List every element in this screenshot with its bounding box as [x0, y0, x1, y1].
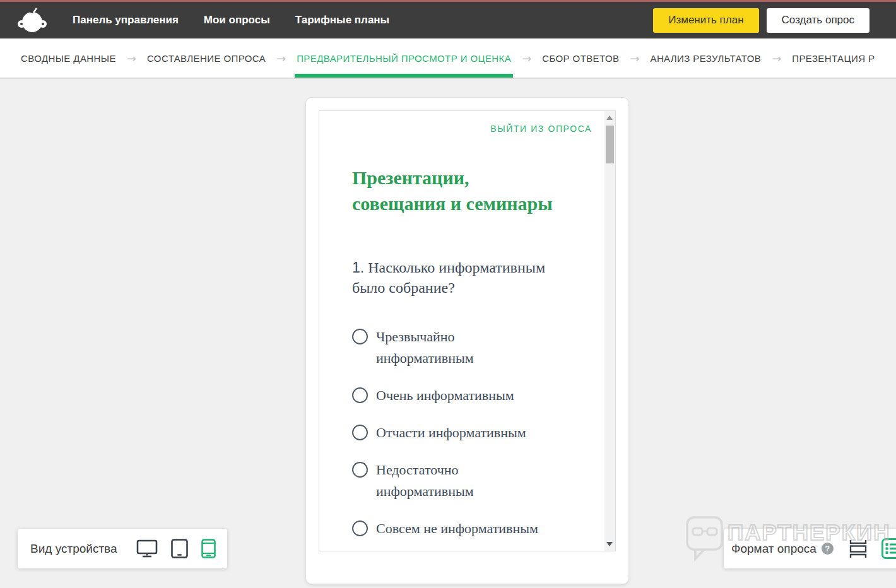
topbar-buttons: Изменить план Создать опрос [653, 8, 869, 33]
tablet-icon[interactable] [171, 539, 188, 558]
survey-title: Презентации, совещания и семинары [352, 165, 563, 216]
topbar-nav: Панель управления Мои опросы Тарифные пл… [73, 14, 389, 26]
step-collect[interactable]: СБОР ОТВЕТОВ [542, 38, 619, 78]
step-design[interactable]: СОСТАВЛЕНИЕ ОПРОСА [147, 38, 266, 78]
format-icons [847, 538, 896, 559]
phone-icon[interactable] [201, 539, 216, 558]
radio-option[interactable]: Очень информативным [352, 385, 592, 406]
list-format-icon[interactable] [881, 538, 896, 559]
nav-my-surveys[interactable]: Мои опросы [204, 14, 270, 26]
step-arrow-icon [772, 38, 781, 78]
help-icon[interactable]: ? [822, 543, 834, 555]
scroll-down-icon[interactable] [606, 542, 613, 546]
radio-option[interactable]: Чрезвычайно информативным [352, 326, 592, 369]
surveymonkey-logo-icon[interactable] [17, 8, 47, 33]
step-arrow-icon [630, 38, 639, 78]
survey-format-label: Формат опроса [731, 542, 816, 556]
radio-button-icon[interactable] [352, 425, 368, 440]
survey-preview-content: ВЫЙТИ ИЗ ОПРОСА Презентации, совещания и… [319, 111, 604, 551]
survey-format-panel: Формат опроса ? [724, 529, 896, 568]
step-arrow-icon [522, 38, 531, 78]
device-view-panel: Вид устройства [18, 529, 227, 568]
nav-dashboard[interactable]: Панель управления [73, 14, 179, 26]
device-view-label: Вид устройства [30, 542, 117, 556]
topbar: Панель управления Мои опросы Тарифные пл… [0, 0, 896, 38]
desktop-icon[interactable] [136, 539, 158, 558]
step-summary[interactable]: СВОДНЫЕ ДАННЫЕ [21, 38, 116, 78]
watermark-logo-icon [685, 515, 724, 565]
nav-plans[interactable]: Тарифные планы [295, 14, 389, 26]
option-label: Совсем не информативным [376, 518, 538, 539]
preview-scrollbar[interactable] [604, 111, 615, 551]
survey-preview-card: ВЫЙТИ ИЗ ОПРОСА Презентации, совещания и… [305, 97, 629, 584]
option-label: Очень информативным [376, 385, 514, 406]
option-label: Чрезвычайно информативным [376, 326, 545, 369]
step-analyze[interactable]: АНАЛИЗ РЕЗУЛЬТАТОВ [650, 38, 761, 78]
scroll-up-icon[interactable] [606, 115, 613, 120]
answer-options: Чрезвычайно информативным Очень информат… [352, 326, 592, 540]
step-preview-score[interactable]: ПРЕДВАРИТЕЛЬНЫЙ ПРОСМОТР И ОЦЕНКА [297, 38, 511, 78]
step-arrow-icon [276, 38, 286, 78]
survey-preview-frame: ВЫЙТИ ИЗ ОПРОСА Презентации, совещания и… [319, 110, 616, 551]
radio-option[interactable]: Недостаточно информативным [352, 459, 592, 502]
step-arrow-icon [127, 38, 136, 78]
option-label: Отчасти информативным [376, 422, 526, 444]
radio-option[interactable]: Совсем не информативным [352, 518, 592, 539]
radio-button-icon[interactable] [352, 520, 368, 536]
question-text: 1. Насколько информативным было собрание… [352, 258, 563, 298]
workflow-stepper: СВОДНЫЕ ДАННЫЕ СОСТАВЛЕНИЕ ОПРОСА ПРЕДВА… [0, 38, 896, 79]
radio-option[interactable]: Отчасти информативным [352, 422, 592, 444]
question-number: 1. [352, 259, 364, 276]
exit-survey-link[interactable]: ВЫЙТИ ИЗ ОПРОСА [352, 124, 592, 134]
create-survey-button[interactable]: Создать опрос [767, 8, 869, 33]
radio-button-icon[interactable] [352, 329, 368, 344]
scrollbar-thumb[interactable] [606, 126, 614, 163]
device-icons [136, 539, 216, 558]
one-question-format-icon[interactable] [847, 539, 869, 558]
question-body: Насколько информативным было собрание? [352, 259, 545, 296]
step-present[interactable]: ПРЕЗЕНТАЦИЯ Р [792, 38, 875, 78]
option-label: Недостаточно информативным [376, 459, 545, 502]
radio-button-icon[interactable] [352, 462, 368, 478]
radio-button-icon[interactable] [352, 387, 368, 403]
change-plan-button[interactable]: Изменить план [653, 8, 758, 33]
